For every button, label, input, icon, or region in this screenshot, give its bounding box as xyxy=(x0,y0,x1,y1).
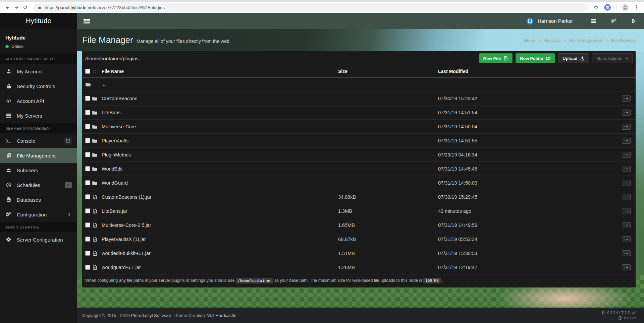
refresh-icon[interactable] xyxy=(92,69,97,74)
file-name-link[interactable]: LiteBans.jar xyxy=(102,208,127,214)
table-row[interactable]: CustomBeacons (1).jar 34.88kB 07/30/19 1… xyxy=(82,190,636,204)
back-directory-link[interactable]: ← xyxy=(102,81,107,87)
hamburger-menu-icon[interactable] xyxy=(84,18,90,24)
pterodactyl-link[interactable]: Pterodactyl Software xyxy=(131,313,171,318)
row-checkbox[interactable] xyxy=(85,110,90,115)
new-file-button[interactable]: New File xyxy=(479,53,513,63)
row-actions-button[interactable] xyxy=(622,250,631,256)
table-row[interactable]: Multiverse-Core 07/31/19 14:50:04 xyxy=(82,120,636,134)
power-icon[interactable] xyxy=(526,17,534,25)
row-actions-button[interactable] xyxy=(622,236,631,242)
settings-cogs-icon[interactable] xyxy=(611,18,616,24)
table-row[interactable]: CustomBeacons 07/30/19 15:23:42 xyxy=(82,91,636,106)
file-name-link[interactable]: WorldEdit xyxy=(102,166,123,172)
table-row[interactable]: PluginMetrics 07/29/19 04:16:34 xyxy=(82,148,636,162)
sidebar-item-subusers[interactable]: Subusers xyxy=(0,163,77,178)
browser-back-icon[interactable] xyxy=(3,3,12,12)
file-name-link[interactable]: PlayerVaultsX (1).jar xyxy=(102,237,146,242)
row-checkbox[interactable] xyxy=(85,166,90,171)
table-row[interactable]: worldguard-6.1.jar 1.26MB 07/31/19 12:19… xyxy=(82,260,636,274)
sign-out-icon[interactable] xyxy=(631,18,637,24)
row-checkbox[interactable] xyxy=(85,138,90,143)
row-checkbox[interactable] xyxy=(85,180,90,185)
sidebar-item-server-configuration[interactable]: Server Configuration xyxy=(0,232,77,247)
row-checkbox[interactable] xyxy=(85,237,90,242)
breadcrumb-home[interactable]: Home xyxy=(524,38,536,43)
mass-actions-button[interactable]: Mass Actions xyxy=(592,53,633,63)
row-checkbox[interactable] xyxy=(85,152,90,157)
table-row-back[interactable]: ← xyxy=(82,77,636,91)
file-name-link[interactable]: LiteBans xyxy=(102,110,120,115)
brand-logo[interactable]: Hytitude xyxy=(0,13,77,29)
table-row[interactable]: worldedit-bukkit-6.1.jar 1.51MB 07/31/19… xyxy=(82,246,636,260)
row-actions-button[interactable] xyxy=(622,208,631,214)
table-row[interactable]: WorldGuard 07/31/19 14:50:03 xyxy=(82,176,636,190)
extension-icon[interactable] xyxy=(604,4,611,11)
row-actions-button[interactable] xyxy=(622,264,631,270)
sidebar-item-my-account[interactable]: My Account xyxy=(0,64,77,79)
file-name-link[interactable]: Multiverse-Core-2.5.jar xyxy=(102,222,151,228)
new-folder-button[interactable]: New Folder xyxy=(516,53,555,63)
browser-forward-icon[interactable] xyxy=(12,3,21,12)
file-name-link[interactable]: Multiverse-Core xyxy=(102,124,136,129)
section-administrative: ADMINISTRATIVE xyxy=(0,222,77,232)
external-link-icon[interactable] xyxy=(64,137,72,144)
row-actions-button[interactable] xyxy=(622,194,631,200)
browser-refresh-icon[interactable] xyxy=(21,3,30,12)
table-row[interactable]: LiteBans.jar 1.3MB 42 minutes ago xyxy=(82,204,636,218)
column-file-name[interactable]: File Name xyxy=(102,69,338,74)
row-checkbox[interactable] xyxy=(85,124,90,129)
sidebar-item-account-api[interactable]: Account API xyxy=(0,93,77,108)
table-row[interactable]: PlayerVaults 07/31/19 14:51:55 xyxy=(82,134,636,148)
file-name-link[interactable]: PlayerVaults xyxy=(102,138,128,143)
sidebar-item-my-servers[interactable]: My Servers xyxy=(0,108,77,123)
breadcrumb-server[interactable]: Hytitude xyxy=(544,38,560,43)
sidebar-item-security-controls[interactable]: Security Controls xyxy=(0,79,77,93)
file-name-link[interactable]: PluginMetrics xyxy=(102,152,131,157)
chevron-left-icon xyxy=(67,212,72,217)
file-name-link[interactable]: worldedit-bukkit-6.1.jar xyxy=(102,251,151,256)
row-actions-button[interactable] xyxy=(622,110,631,116)
sidebar-item-configuration[interactable]: Configuration xyxy=(0,207,77,222)
file-name-link[interactable]: worldguard-6.1.jar xyxy=(102,265,141,270)
server-list-icon[interactable] xyxy=(591,18,596,24)
row-actions-button[interactable] xyxy=(622,138,631,144)
table-row[interactable]: PlayerVaultsX (1).jar 68.87kB 07/31/19 0… xyxy=(82,232,636,246)
file-name-link[interactable]: CustomBeacons xyxy=(102,96,137,101)
table-row[interactable]: Multiverse-Core-2.5.jar 1.65MB 07/31/19 … xyxy=(82,218,636,232)
breadcrumb-file-management[interactable]: File Management xyxy=(569,38,603,43)
table-row[interactable]: LiteBans 07/31/19 14:51:54 xyxy=(82,106,636,120)
address-bar[interactable]: https://panel.hytitude.net/server/77228b… xyxy=(33,3,589,12)
row-actions-button[interactable] xyxy=(622,222,631,228)
row-checkbox[interactable] xyxy=(85,96,90,101)
sidebar-item-label: Subusers xyxy=(17,168,38,173)
divider xyxy=(616,4,616,10)
browser-menu-icon[interactable] xyxy=(634,5,639,10)
sidebar-item-databases[interactable]: Databases xyxy=(0,192,77,207)
row-actions-button[interactable] xyxy=(622,180,631,186)
ellipsis-icon xyxy=(624,153,628,157)
browser-avatar[interactable] xyxy=(622,4,629,11)
row-checkbox[interactable] xyxy=(85,251,90,256)
row-checkbox[interactable] xyxy=(85,194,90,199)
sidebar-item-file-management[interactable]: File Management xyxy=(0,148,77,163)
upload-button[interactable]: Upload xyxy=(558,53,589,63)
row-checkbox[interactable] xyxy=(85,265,90,270)
file-name-link[interactable]: CustomBeacons (1).jar xyxy=(102,194,151,200)
bookmark-star-icon[interactable] xyxy=(593,5,599,10)
select-all-checkbox[interactable] xyxy=(85,69,90,74)
row-checkbox[interactable] xyxy=(85,208,90,213)
theme-author-link[interactable]: Will Hardcastle xyxy=(207,313,236,318)
row-actions-button[interactable] xyxy=(622,166,631,172)
file-name-link[interactable]: WorldGuard xyxy=(102,180,128,186)
row-checkbox[interactable] xyxy=(85,222,90,228)
sidebar: Hytitude Online ACCOUNT MANAGEMENT My Ac… xyxy=(0,29,77,323)
caret-down-icon xyxy=(626,58,628,59)
sidebar-item-console[interactable]: Console xyxy=(0,133,77,148)
row-actions-button[interactable] xyxy=(622,95,631,102)
sidebar-item-schedules[interactable]: Schedules 0 xyxy=(0,178,77,192)
file-icon xyxy=(92,265,102,270)
row-actions-button[interactable] xyxy=(622,124,631,130)
row-actions-button[interactable] xyxy=(622,152,631,158)
table-row[interactable]: WorldEdit 07/31/19 14:45:45 xyxy=(82,162,636,176)
